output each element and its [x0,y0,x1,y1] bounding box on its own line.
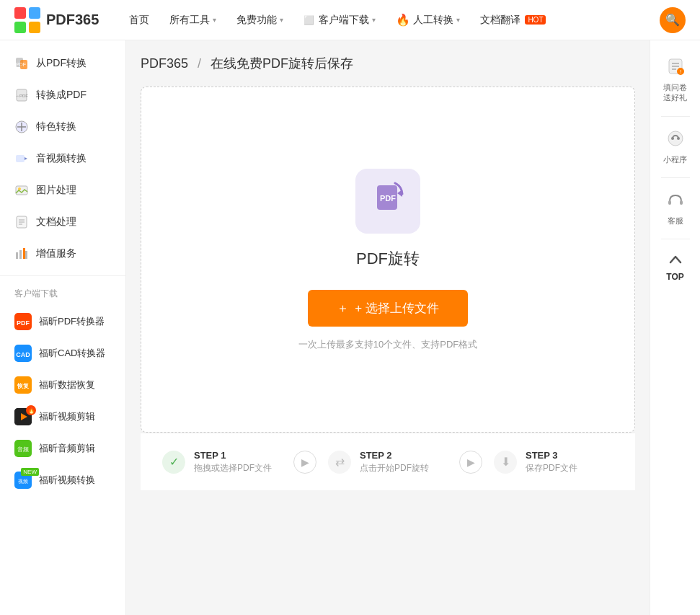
svg-rect-47 [668,200,671,205]
sidebar-item-to-pdf[interactable]: →PDF 转换成PDF [0,79,125,111]
nav-home[interactable]: 首页 [120,9,158,31]
survey-item[interactable]: ! 填问卷送好礼 [650,48,700,113]
logo-area[interactable]: PDF365 [14,7,99,33]
client-app-video-edit[interactable]: 🔥 福昕视频剪辑 [0,401,125,433]
download-chevron: ▾ [372,16,376,24]
step1-check: ✓ [162,451,185,474]
fire-badge-video: 🔥 [26,405,36,415]
svg-text:PDF: PDF [380,194,396,203]
svg-text:!: ! [679,68,681,75]
nav-translate[interactable]: 文档翻译 HOT [471,9,554,31]
support-label: 客服 [668,216,683,226]
steps-bar: ✓ STEP 1 拖拽或选择PDF文件 ▶ ⇄ STEP 2 点击开始PDF旋转… [141,433,635,490]
upload-card: PDF PDF旋转 ＋ + 选择上传文件 一次上传最多支持10个文件、支持PDF… [141,87,635,433]
breadcrumb-sep: / [198,56,205,71]
sidebar-item-special[interactable]: 特色转换 [0,111,125,143]
svg-text:CAD: CAD [16,351,30,358]
step1-text: STEP 1 拖拽或选择PDF文件 [194,450,272,474]
new-badge: NEW [21,468,39,476]
upload-button[interactable]: ＋ + 选择上传文件 [308,290,468,327]
sidebar: PDF 从PDF转换 →PDF 转换成PDF 特色转换 音视频转换 [0,40,126,615]
sidebar-item-value[interactable]: 增值服务 [0,238,125,270]
step2-text: STEP 2 点击开始PDF旋转 [360,450,429,474]
svg-point-45 [671,137,674,140]
step2-num: STEP 2 [360,450,429,461]
svg-rect-21 [23,248,25,259]
step2-check: ⇄ [328,451,351,474]
svg-rect-3 [29,22,40,33]
nav-tools[interactable]: 所有工具 ▾ [161,9,225,31]
from-pdf-icon: PDF [14,56,29,71]
svg-text:恢复: 恢复 [17,383,30,389]
logo-icon [14,7,40,33]
audio-edit-icon: 音频 [14,440,32,457]
support-icon [667,191,684,213]
miniapp-item[interactable]: 小程序 [650,120,700,174]
step-2: ⇄ STEP 2 点击开始PDF旋转 [328,450,448,474]
rp-divider-2 [661,177,690,178]
pdf-rotate-icon-wrap: PDF [355,169,420,234]
right-panel: ! 填问卷送好礼 小程序 客服 TOP [650,40,700,615]
download-icon: ⬜ [304,15,314,25]
logo-text: PDF365 [46,12,99,28]
header: PDF365 首页 所有工具 ▾ 免费功能 ▾ ⬜ 客户端下载 ▾ 🔥 人工转换… [0,0,700,40]
svg-rect-20 [19,250,22,259]
doc-process-icon [14,215,29,229]
content-area: PDF365 / 在线免费PDF旋转后保存 PDF PDF旋转 ＋ + 选择上传… [126,40,650,615]
step-arrow-2: ▶ [459,451,482,474]
svg-rect-19 [16,252,18,259]
special-convert-icon [14,120,29,134]
cad-converter-icon: CAD [14,345,32,362]
sidebar-item-image[interactable]: 图片处理 [0,174,125,206]
free-chevron: ▾ [280,16,283,24]
sidebar-item-from-pdf[interactable]: PDF 从PDF转换 [0,48,125,79]
nav-menu: 首页 所有工具 ▾ 免费功能 ▾ ⬜ 客户端下载 ▾ 🔥 人工转换 ▾ 文档翻译… [120,9,654,31]
support-item[interactable]: 客服 [650,181,700,236]
step-arrow-1: ▶ [293,451,316,474]
step2-desc: 点击开始PDF旋转 [360,462,429,474]
client-app-pdf[interactable]: PDF 福昕PDF转换器 [0,306,125,337]
pdf-rotate-title: PDF旋转 [356,248,420,270]
client-app-audio-edit[interactable]: 音频 福昕音频剪辑 [0,433,125,464]
survey-label: 填问卷送好礼 [663,82,687,103]
rp-divider-1 [661,116,690,117]
survey-icon: ! [667,58,684,79]
sidebar-item-doc[interactable]: 文档处理 [0,206,125,238]
step1-num: STEP 1 [194,450,272,461]
step-3: ⬇ STEP 3 保存PDF文件 [494,450,613,474]
step3-check: ⬇ [494,451,517,474]
human-chevron: ▾ [456,16,460,24]
svg-rect-1 [29,7,40,19]
hot-badge: HOT [525,15,546,25]
upload-hint: 一次上传最多支持10个文件、支持PDF格式 [298,338,477,351]
nav-human[interactable]: 🔥 人工转换 ▾ [387,9,469,31]
pdf-converter-icon: PDF [14,313,32,330]
value-added-icon [14,247,29,261]
sidebar-item-av[interactable]: 音视频转换 [0,143,125,174]
av-convert-icon [14,151,29,166]
client-app-recovery[interactable]: 恢复 福昕数据恢复 [0,369,125,401]
svg-text:视频: 视频 [18,479,28,485]
step3-num: STEP 3 [526,450,577,461]
plus-icon: ＋ [337,300,349,317]
pdf-rotate-icon: PDF [370,180,406,222]
to-pdf-icon: →PDF [14,88,29,102]
nav-free[interactable]: 免费功能 ▾ [228,9,292,31]
client-app-video-convert[interactable]: 视频 NEW 福昕视频转换 [0,464,125,496]
svg-rect-0 [14,7,26,19]
sidebar-section-title: 客户端下载 [0,282,125,306]
main-layout: PDF 从PDF转换 →PDF 转换成PDF 特色转换 音视频转换 [0,40,700,615]
svg-marker-12 [25,157,27,160]
search-button[interactable]: 🔍 [660,7,686,33]
miniapp-label: 小程序 [663,154,687,164]
top-arrow-icon [668,252,683,270]
svg-point-44 [668,131,683,146]
top-button[interactable]: TOP [650,242,700,293]
rp-divider-3 [661,239,690,239]
svg-rect-11 [16,155,25,162]
step1-desc: 拖拽或选择PDF文件 [194,462,272,474]
client-app-cad[interactable]: CAD 福昕CAD转换器 [0,337,125,369]
search-icon: 🔍 [665,13,680,27]
video-edit-icon: 🔥 [14,408,32,425]
nav-download[interactable]: ⬜ 客户端下载 ▾ [295,9,384,31]
